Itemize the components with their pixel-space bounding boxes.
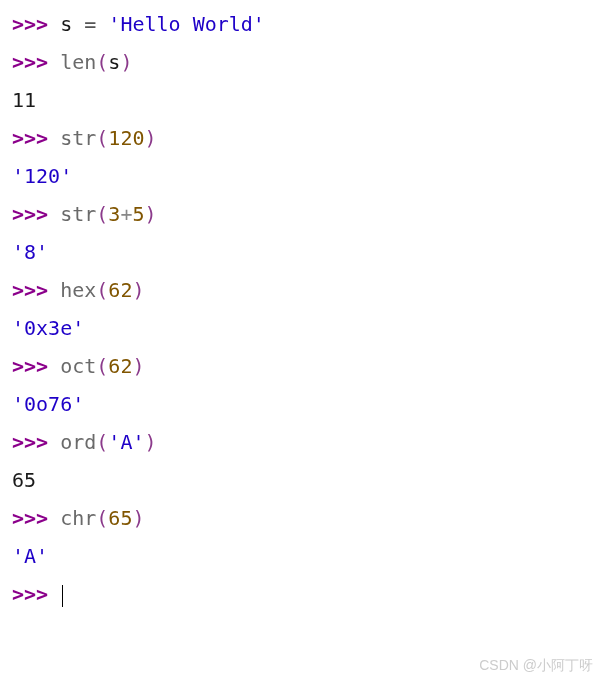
code-token: ( [96, 50, 108, 74]
repl-output-line: '8' [12, 236, 593, 268]
code-token: ) [132, 354, 144, 378]
string-literal: 'A' [108, 430, 144, 454]
code-token: s [60, 12, 84, 36]
function-name: str [60, 126, 96, 150]
function-name: str [60, 202, 96, 226]
repl-prompt: >>> [12, 582, 60, 606]
code-token: s [108, 50, 120, 74]
repl-input-line: >>> str(3+5) [12, 198, 593, 230]
repl-input-line: >>> str(120) [12, 122, 593, 154]
repl-prompt: >>> [12, 506, 60, 530]
repl-prompt: >>> [12, 354, 60, 378]
repl-input-line: >>> oct(62) [12, 350, 593, 382]
repl-output-line: 11 [12, 84, 593, 116]
python-repl-terminal[interactable]: >>> s = 'Hello World'>>> len(s)11>>> str… [12, 8, 593, 610]
number-literal: 3 [108, 202, 120, 226]
repl-input-line: >>> s = 'Hello World' [12, 8, 593, 40]
code-token: ( [96, 430, 108, 454]
code-token: = [84, 12, 108, 36]
code-token: ( [96, 278, 108, 302]
repl-prompt: >>> [12, 278, 60, 302]
repl-input-line: >>> hex(62) [12, 274, 593, 306]
code-token: + [120, 202, 132, 226]
repl-output-line: '120' [12, 160, 593, 192]
code-token: ) [144, 202, 156, 226]
function-name: len [60, 50, 96, 74]
function-name: hex [60, 278, 96, 302]
string-literal: '8' [12, 240, 48, 264]
number-literal: 62 [108, 278, 132, 302]
repl-prompt: >>> [12, 202, 60, 226]
code-token: ) [132, 506, 144, 530]
text-cursor [62, 585, 63, 607]
code-token: ) [144, 430, 156, 454]
number-literal: 120 [108, 126, 144, 150]
code-token: ( [96, 126, 108, 150]
code-token: ( [96, 354, 108, 378]
string-literal: '120' [12, 164, 72, 188]
number-literal: 65 [108, 506, 132, 530]
string-literal: 'Hello World' [108, 12, 265, 36]
function-name: chr [60, 506, 96, 530]
repl-output-line: '0o76' [12, 388, 593, 420]
repl-input-line: >>> [12, 578, 593, 610]
function-name: ord [60, 430, 96, 454]
code-token: ( [96, 506, 108, 530]
repl-output-line: '0x3e' [12, 312, 593, 344]
string-literal: 'A' [12, 544, 48, 568]
string-literal: '0x3e' [12, 316, 84, 340]
repl-input-line: >>> len(s) [12, 46, 593, 78]
repl-input-line: >>> ord('A') [12, 426, 593, 458]
repl-output-line: 65 [12, 464, 593, 496]
repl-prompt: >>> [12, 12, 60, 36]
watermark-text: CSDN @小阿丁呀 [479, 654, 593, 676]
code-token: 11 [12, 88, 36, 112]
number-literal: 5 [132, 202, 144, 226]
number-literal: 62 [108, 354, 132, 378]
repl-prompt: >>> [12, 50, 60, 74]
repl-output-line: 'A' [12, 540, 593, 572]
code-token: ( [96, 202, 108, 226]
repl-input-line: >>> chr(65) [12, 502, 593, 534]
function-name: oct [60, 354, 96, 378]
code-token: ) [144, 126, 156, 150]
string-literal: '0o76' [12, 392, 84, 416]
repl-prompt: >>> [12, 126, 60, 150]
code-token: ) [120, 50, 132, 74]
repl-prompt: >>> [12, 430, 60, 454]
code-token: ) [132, 278, 144, 302]
code-token: 65 [12, 468, 36, 492]
